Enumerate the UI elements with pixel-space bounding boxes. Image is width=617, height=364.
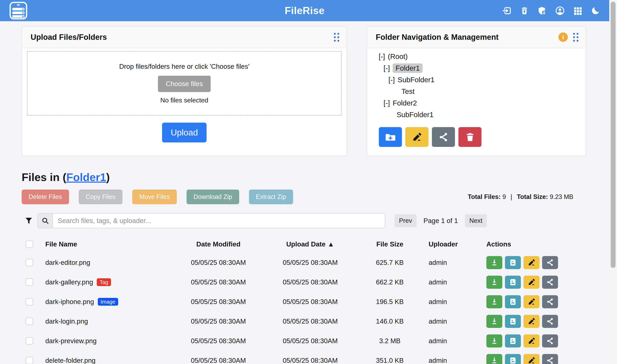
file-name[interactable]: dark-preview.png <box>45 337 97 345</box>
download-zip-button[interactable]: Download Zip <box>186 190 239 204</box>
download-file-button[interactable] <box>486 295 502 308</box>
rename-folder-button[interactable] <box>405 127 428 147</box>
share-file-button[interactable] <box>542 256 558 269</box>
column-header-file-size[interactable]: File Size <box>359 240 420 248</box>
row-checkbox[interactable] <box>26 357 33 364</box>
row-checkbox[interactable] <box>26 278 33 286</box>
share-folder-button[interactable] <box>432 127 455 147</box>
row-checkbox[interactable] <box>26 337 33 345</box>
drag-handle-icon[interactable] <box>334 33 339 42</box>
download-file-button[interactable] <box>486 354 502 364</box>
search-icon[interactable] <box>38 213 53 228</box>
copy-files-button[interactable]: Copy Files <box>79 190 122 204</box>
tree-collapse-toggle[interactable]: [-] <box>379 52 385 61</box>
tree-folder-label[interactable]: Folder1 <box>393 64 423 73</box>
dark-mode-moon-icon[interactable] <box>591 6 600 15</box>
preview-image-button[interactable] <box>505 295 521 308</box>
file-dropzone[interactable]: Drop files/folders here or click 'Choose… <box>27 51 342 116</box>
column-header-upload-date[interactable]: Upload Date▲ <box>261 240 359 248</box>
column-header-file-name[interactable]: File Name <box>41 240 175 248</box>
file-operations-buttons: Delete FilesCopy FilesMove FilesDownload… <box>22 190 293 204</box>
row-checkbox[interactable] <box>26 259 33 266</box>
share-file-button[interactable] <box>542 295 558 308</box>
download-file-button[interactable] <box>486 334 502 348</box>
tree-node: SubFolder1 <box>367 109 586 120</box>
logout-icon[interactable] <box>502 6 512 15</box>
tree-folder-label[interactable]: SubFolder1 <box>398 76 434 84</box>
download-file-button[interactable] <box>486 256 502 269</box>
download-file-button[interactable] <box>486 276 502 289</box>
file-size: 146.0 KB <box>359 317 420 325</box>
rename-file-button[interactable] <box>524 276 539 289</box>
share-file-button[interactable] <box>542 315 558 328</box>
preview-image-button[interactable] <box>505 354 521 364</box>
delete-files-button[interactable]: Delete Files <box>22 190 69 204</box>
tree-collapse-toggle[interactable]: [-] <box>383 64 390 72</box>
rename-file-button[interactable] <box>524 295 539 308</box>
file-name[interactable]: dark-login.png <box>45 317 88 325</box>
rename-file-button[interactable] <box>524 315 539 328</box>
upload-button[interactable]: Upload <box>162 123 207 143</box>
download-file-button[interactable] <box>486 315 502 328</box>
info-icon[interactable]: i <box>558 32 568 42</box>
filter-icon[interactable] <box>25 216 33 225</box>
prev-page-button[interactable]: Prev <box>394 214 417 227</box>
preview-image-button[interactable] <box>505 256 521 269</box>
upload-card-title: Upload Files/Folders <box>31 33 107 42</box>
current-folder-link[interactable]: Folder1 <box>66 171 106 183</box>
share-file-button[interactable] <box>542 276 558 289</box>
next-page-button[interactable]: Next <box>465 214 487 227</box>
select-all-checkbox[interactable] <box>26 241 33 248</box>
pencil-icon <box>527 337 536 345</box>
date-modified: 05/05/25 08:30AM <box>175 298 261 306</box>
share-file-button[interactable] <box>542 354 558 364</box>
create-folder-button[interactable] <box>379 127 402 147</box>
cards-row: Upload Files/Folders Drop files/folders … <box>22 26 588 156</box>
search-input[interactable] <box>53 213 385 228</box>
tree-collapse-toggle[interactable]: [-] <box>383 99 390 107</box>
file-name[interactable]: dark-gallery.png <box>45 278 93 286</box>
share-icon <box>546 278 554 286</box>
files-heading-prefix: Files in ( <box>22 171 66 183</box>
rename-file-button[interactable] <box>524 334 539 348</box>
choose-files-button[interactable]: Choose files <box>158 76 211 92</box>
folder-tree: [-](Root)[-]Folder1[-]SubFolder1Test[-]F… <box>367 48 586 120</box>
move-files-button[interactable]: Move Files <box>132 190 177 204</box>
tree-node: [-](Root) <box>367 51 586 62</box>
rename-file-button[interactable] <box>524 256 539 269</box>
grid-icon[interactable] <box>573 6 582 15</box>
scrollbar-track[interactable] <box>609 0 617 364</box>
drag-handle-icon[interactable] <box>573 33 578 42</box>
tree-folder-label[interactable]: Test <box>401 87 415 95</box>
files-table: File Name Date Modified Upload Date▲ Fil… <box>22 236 609 364</box>
row-checkbox[interactable] <box>26 298 33 305</box>
column-header-uploader[interactable]: Uploader <box>420 240 482 248</box>
trash-restore-icon[interactable] <box>520 6 529 15</box>
preview-image-button[interactable] <box>505 276 521 289</box>
user-circle-icon[interactable] <box>555 6 565 15</box>
tree-node: [-]SubFolder1 <box>367 74 586 86</box>
file-name[interactable]: dark-iphone.png <box>45 298 94 306</box>
date-modified: 05/05/25 08:30AM <box>175 259 261 266</box>
preview-image-button[interactable] <box>505 315 521 328</box>
share-icon <box>546 259 554 267</box>
file-name[interactable]: dark-editor.png <box>45 259 90 266</box>
file-name[interactable]: delete-folder.png <box>45 357 95 364</box>
tree-folder-label[interactable]: Folder2 <box>393 99 417 107</box>
column-header-date-modified[interactable]: Date Modified <box>175 240 261 248</box>
row-actions <box>482 315 609 328</box>
row-checkbox[interactable] <box>26 318 33 325</box>
share-file-button[interactable] <box>542 334 558 348</box>
tree-folder-label[interactable]: (Root) <box>388 52 407 61</box>
scrollbar-thumb[interactable] <box>611 2 616 268</box>
column-header-actions: Actions <box>482 240 609 248</box>
table-row: delete-folder.png 05/05/25 08:30AM 05/05… <box>22 351 609 364</box>
tree-collapse-toggle[interactable]: [-] <box>388 76 395 84</box>
search-group <box>38 213 385 228</box>
tree-folder-label[interactable]: SubFolder1 <box>396 111 433 119</box>
admin-shield-icon[interactable] <box>538 6 547 15</box>
extract-zip-button[interactable]: Extract Zip <box>249 190 293 204</box>
preview-image-button[interactable] <box>505 334 521 348</box>
delete-folder-button[interactable] <box>459 127 482 147</box>
rename-file-button[interactable] <box>524 354 539 364</box>
